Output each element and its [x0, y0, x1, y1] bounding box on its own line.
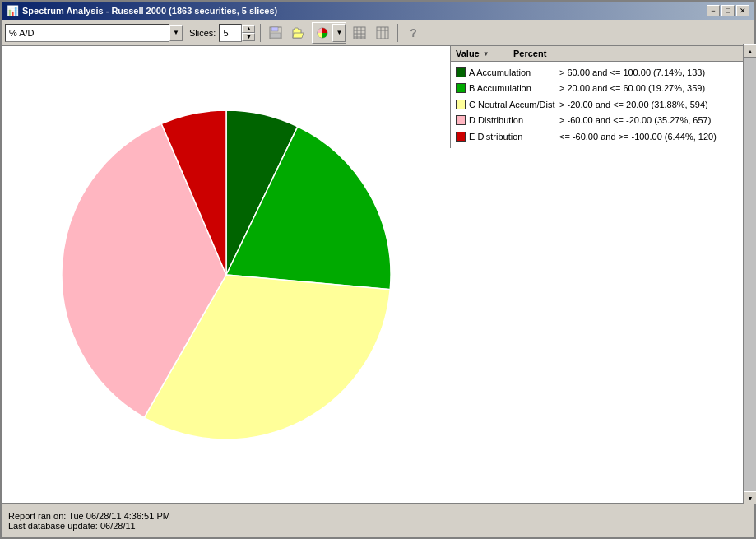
legend-item-label: A Accumulation: [469, 67, 559, 79]
grid-button[interactable]: [350, 23, 369, 43]
title-bar: 📊 Spectrum Analysis - Russell 2000 (1863…: [2, 2, 754, 20]
help-icon: ?: [410, 26, 417, 39]
legend-item: E Distribution <= -60.00 and >= -100.00 …: [451, 129, 754, 145]
analysis-dropdown[interactable]: % A/D: [5, 24, 169, 42]
open-button[interactable]: [289, 23, 308, 43]
svg-rect-1: [271, 27, 278, 31]
legend-empty-space: [450, 148, 754, 503]
main-window: 📊 Spectrum Analysis - Russell 2000 (1863…: [0, 0, 756, 539]
status-line-2: Last database update: 06/28/11: [8, 521, 748, 531]
chart-type-dropdown-btn[interactable]: ▼: [332, 24, 346, 42]
chart-area: [2, 46, 450, 503]
scrollbar-v: ▲ ▼: [743, 46, 754, 503]
scroll-track[interactable]: [744, 58, 754, 491]
slices-label: Slices:: [189, 28, 216, 38]
legend-item-label: B Accumulation: [469, 82, 559, 95]
legend-color-swatch: [456, 132, 466, 142]
pie-chart-button[interactable]: [313, 23, 332, 43]
chart-type-group: ▼: [312, 22, 346, 44]
dropdown-value: % A/D: [9, 28, 35, 38]
slices-up-btn[interactable]: ▲: [242, 25, 255, 33]
legend-item: C Neutral Accum/Dist > -20.00 and <= 20.…: [451, 97, 754, 113]
legend-item: B Accumulation > 20.00 and <= 60.00 (19.…: [451, 81, 754, 96]
columns-button[interactable]: [373, 23, 392, 43]
pie-chart-icon: [316, 26, 329, 39]
dropdown-arrow-btn[interactable]: ▼: [169, 25, 183, 41]
dropdown-container[interactable]: % A/D ▼: [5, 24, 183, 42]
slices-spinners: ▲ ▼: [242, 25, 255, 41]
legend-color-swatch: [456, 83, 466, 93]
columns-icon: [376, 26, 389, 39]
right-panel: Value ▼ Percent A Accumulation > 60.00 a…: [450, 46, 754, 503]
close-button[interactable]: ✕: [736, 5, 749, 16]
legend-item: A Accumulation > 60.00 and <= 100.00 (7.…: [451, 65, 754, 81]
legend-color-swatch: [456, 100, 466, 109]
legend-item: D Distribution > -60.00 and <= -20.00 (3…: [451, 113, 754, 128]
title-bar-buttons: − □ ✕: [707, 5, 749, 16]
legend-col-value-header[interactable]: Value ▼: [451, 46, 508, 61]
slices-down-btn[interactable]: ▼: [242, 33, 255, 41]
save-icon: [269, 26, 282, 39]
legend-col-percent-header[interactable]: Percent: [508, 46, 754, 61]
svg-rect-11: [377, 27, 388, 39]
scroll-up-btn[interactable]: ▲: [744, 46, 754, 58]
content-area: Value ▼ Percent A Accumulation > 60.00 a…: [2, 46, 754, 503]
legend-item-label: E Distribution: [469, 131, 559, 143]
status-bar: Report ran on: Tue 06/28/11 4:36:51 PM L…: [2, 503, 754, 537]
toolbar: % A/D ▼ Slices: 5 ▲ ▼: [2, 20, 754, 46]
sort-icon-value: ▼: [483, 50, 489, 58]
open-icon: [292, 26, 305, 39]
toolbar-separator-2: [397, 24, 398, 42]
legend-item-range: <= -60.00 and >= -100.00 (6.44%, 120): [559, 131, 749, 143]
pie-chart: [49, 98, 403, 452]
legend-panel: Value ▼ Percent A Accumulation > 60.00 a…: [450, 46, 754, 148]
window-title: Spectrum Analysis - Russell 2000 (1863 s…: [22, 6, 277, 16]
slices-spinner-container: 5 ▲ ▼: [219, 24, 255, 42]
save-button[interactable]: [266, 23, 285, 43]
help-button[interactable]: ?: [403, 23, 423, 43]
legend-item-range: > 20.00 and <= 60.00 (19.27%, 359): [559, 82, 749, 95]
svg-rect-2: [271, 33, 281, 38]
status-line-1: Report ran on: Tue 06/28/11 4:36:51 PM: [8, 511, 748, 521]
pie-svg: [49, 98, 403, 452]
legend-header: Value ▼ Percent: [451, 46, 754, 62]
scroll-down-btn[interactable]: ▼: [744, 491, 754, 503]
legend-item-label: D Distribution: [469, 114, 559, 127]
legend-color-swatch: [456, 67, 466, 77]
slices-input[interactable]: 5: [219, 24, 242, 42]
legend-items: A Accumulation > 60.00 and <= 100.00 (7.…: [451, 62, 754, 148]
legend-color-swatch: [456, 115, 466, 125]
legend-item-label: C Neutral Accum/Dist: [469, 99, 559, 111]
maximize-button[interactable]: □: [721, 5, 735, 16]
legend-item-range: > -60.00 and <= -20.00 (35.27%, 657): [559, 114, 749, 127]
legend-item-range: > -20.00 and <= 20.00 (31.88%, 594): [559, 99, 749, 111]
toolbar-separator-1: [260, 24, 261, 42]
legend-item-range: > 60.00 and <= 100.00 (7.14%, 133): [559, 67, 749, 79]
minimize-button[interactable]: −: [707, 5, 720, 16]
grid-icon: [353, 26, 366, 39]
